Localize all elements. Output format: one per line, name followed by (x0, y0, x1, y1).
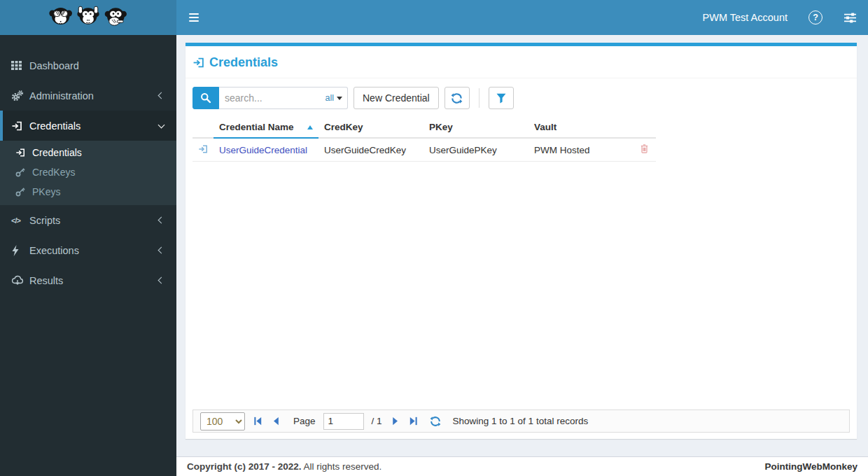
sliders-icon[interactable] (844, 13, 857, 23)
sidebar-item-administration[interactable]: Administration (0, 80, 176, 111)
sidebar-item-scripts[interactable]: </> Scripts (0, 205, 176, 235)
row-type-cell (192, 138, 214, 162)
app-window: PWM Test Account ? (0, 0, 868, 476)
sidebar-item-dashboard[interactable]: Dashboard (0, 50, 176, 80)
refresh-icon (451, 92, 463, 104)
search-scope-dropdown[interactable]: all (325, 93, 342, 103)
chevron-down-icon (158, 121, 165, 128)
content-area: Credentials (176, 35, 868, 456)
last-page-icon[interactable] (408, 416, 419, 426)
sidebar-item-credentials[interactable]: Credentials (0, 111, 176, 141)
vault-cell: PWM Hosted (528, 138, 632, 162)
table-header-row: Credential Name CredKey PKey Vault (192, 119, 656, 138)
submenu-item-label: PKeys (32, 186, 60, 197)
sort-asc-icon (307, 125, 313, 130)
credential-name-link[interactable]: UserGuideCredential (219, 145, 307, 155)
actions-column-header (632, 119, 656, 138)
caret-down-icon (337, 97, 342, 100)
sign-in-icon (198, 144, 208, 154)
refresh-icon[interactable] (430, 416, 441, 427)
account-menu[interactable]: PWM Test Account (703, 12, 788, 23)
hamburger-icon[interactable] (188, 10, 200, 24)
logo-area[interactable] (0, 0, 176, 35)
credentials-submenu: Credentials CredKeys (0, 141, 176, 205)
key-icon (15, 167, 32, 177)
page-footer: Copyright (c) 2017 - 2022. All rights re… (176, 456, 868, 476)
trash-icon (640, 144, 649, 154)
credentials-table: Credential Name CredKey PKey Vault (186, 112, 857, 162)
key-icon (15, 187, 32, 197)
page-label: Page (293, 416, 316, 426)
toolbar: all New Credential (186, 78, 857, 112)
credentials-card: Credentials (186, 43, 857, 439)
sidebar-item-results[interactable]: Results (0, 265, 176, 295)
sign-in-icon (11, 120, 29, 132)
search-scope-value: all (325, 93, 334, 103)
pagination-bar: 100 Page (192, 410, 850, 433)
search-icon (200, 92, 211, 104)
page-number-input[interactable] (323, 413, 364, 430)
copyright-text: Copyright (c) 2017 - 2022. (187, 461, 302, 472)
page-size-select[interactable]: 100 (200, 412, 245, 430)
grid-icon (11, 60, 29, 71)
total-pages: / 1 (372, 416, 382, 426)
column-header-credential-name[interactable]: Credential Name (214, 119, 318, 138)
card-header: Credentials (186, 46, 857, 78)
code-icon: </> (11, 216, 29, 225)
bolt-icon (11, 245, 29, 256)
toolbar-divider (479, 88, 479, 108)
sidebar-item-label: Credentials (29, 120, 80, 132)
cloud-download-icon (11, 275, 29, 286)
first-page-icon[interactable] (253, 416, 263, 426)
pkey-cell: UserGuidePKey (424, 138, 528, 162)
submenu-item-credkeys[interactable]: CredKeys (0, 162, 176, 182)
records-summary: Showing 1 to 1 of 1 total records (453, 416, 589, 426)
column-header-credkey[interactable]: CredKey (318, 119, 424, 138)
search-field: all (219, 87, 348, 109)
credkey-cell: UserGuideCredKey (318, 138, 424, 162)
search-group: all (192, 87, 348, 109)
column-header-pkey[interactable]: PKey (424, 119, 528, 138)
sign-in-icon (15, 148, 32, 158)
search-button[interactable] (192, 87, 219, 109)
top-header: PWM Test Account ? (0, 0, 868, 35)
submenu-item-label: CredKeys (32, 167, 75, 178)
search-input[interactable] (219, 92, 325, 104)
submenu-item-label: Credentials (32, 147, 82, 158)
sidebar-item-label: Dashboard (29, 60, 79, 71)
table-row: UserGuideCredential UserGuideCredKey Use… (192, 138, 656, 162)
sidebar: Dashboard Administration (0, 35, 176, 476)
sign-in-icon (192, 57, 204, 69)
prev-page-icon[interactable] (271, 416, 281, 426)
sidebar-item-executions[interactable]: Executions (0, 235, 176, 265)
submenu-item-pkeys[interactable]: PKeys (0, 182, 176, 202)
filter-icon (496, 93, 506, 104)
refresh-button[interactable] (444, 87, 470, 109)
chevron-left-icon (158, 247, 165, 254)
icon-column-header (192, 119, 214, 138)
new-credential-button[interactable]: New Credential (354, 87, 439, 109)
sidebar-item-label: Results (29, 275, 63, 286)
sidebar-item-label: Scripts (29, 215, 60, 226)
three-monkeys-logo-icon (47, 4, 130, 31)
submenu-item-credentials[interactable]: Credentials (0, 143, 176, 162)
rights-text: All rights reserved. (304, 461, 382, 472)
gears-icon (11, 90, 29, 102)
sidebar-item-label: Administration (29, 90, 94, 102)
next-page-icon[interactable] (390, 416, 400, 426)
delete-row-button[interactable] (640, 144, 649, 154)
page-title: Credentials (209, 55, 278, 70)
brand-name: PointingWebMonkey (764, 461, 858, 472)
chevron-left-icon (158, 217, 165, 224)
column-header-vault[interactable]: Vault (528, 119, 632, 138)
chevron-left-icon (158, 92, 165, 99)
help-icon[interactable]: ? (808, 10, 822, 24)
sidebar-item-label: Executions (29, 245, 79, 256)
navbar: PWM Test Account ? (176, 0, 868, 35)
chevron-left-icon (158, 277, 165, 284)
filter-button[interactable] (489, 87, 514, 109)
